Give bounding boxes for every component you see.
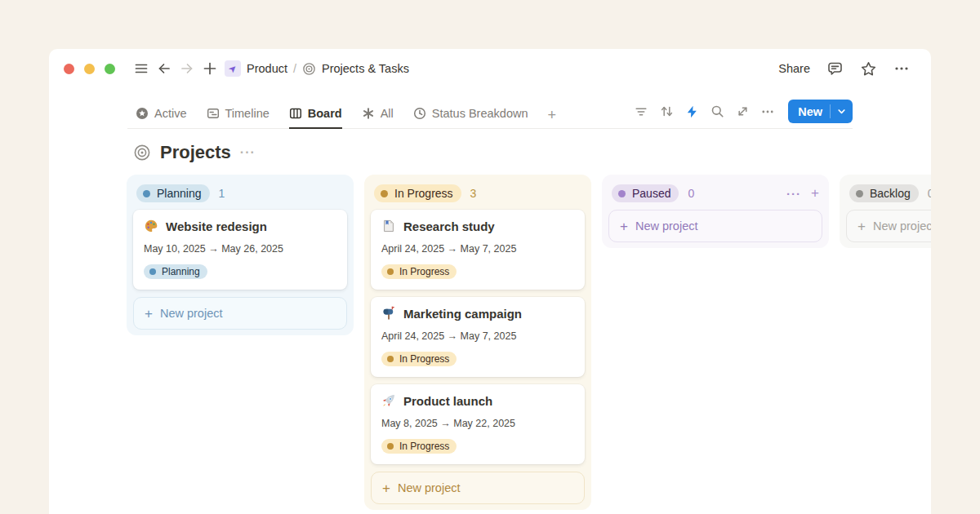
favorite-star-icon[interactable] bbox=[860, 60, 877, 78]
chevron-down-icon[interactable] bbox=[831, 107, 853, 116]
filter-icon[interactable] bbox=[635, 105, 648, 118]
card-status-label: In Progress bbox=[399, 353, 449, 365]
status-badge[interactable]: Paused bbox=[612, 184, 679, 202]
more-options-icon[interactable] bbox=[893, 60, 910, 77]
plus-icon: + bbox=[858, 220, 866, 233]
sidebar-menu-icon[interactable] bbox=[130, 57, 153, 80]
status-dot bbox=[143, 190, 150, 197]
new-project-label: New project bbox=[635, 219, 698, 233]
card-status-badge: In Progress bbox=[381, 439, 457, 454]
status-badge[interactable]: Planning bbox=[136, 184, 210, 202]
column-header: Backlog 0 bbox=[845, 180, 931, 210]
share-button[interactable]: Share bbox=[778, 62, 810, 75]
card-date-range: April 24, 2025 → May 7, 2025 bbox=[381, 330, 574, 342]
column-header: Paused 0 ··· + bbox=[608, 180, 823, 210]
new-page-plus-icon[interactable] bbox=[198, 57, 221, 80]
card-date-range: May 8, 2025 → May 22, 2025 bbox=[381, 418, 574, 429]
status-badge[interactable]: In Progress bbox=[374, 184, 461, 202]
breadcrumb: ➤ Product / Projects & Tasks bbox=[225, 60, 409, 77]
card-status-badge: In Progress bbox=[381, 352, 457, 366]
palette-emoji bbox=[144, 219, 158, 233]
column-planning: Planning 1 Website redesign May 10, 2025… bbox=[127, 175, 354, 335]
card-status-badge: Planning bbox=[144, 264, 207, 279]
tab-label: Active bbox=[154, 107, 187, 120]
column-name: Backlog bbox=[870, 187, 911, 200]
tab-label: All bbox=[381, 107, 394, 120]
teamspace-arrow-icon[interactable]: ➤ bbox=[225, 60, 241, 77]
automations-bolt-icon[interactable] bbox=[686, 105, 698, 118]
tab-label: Timeline bbox=[225, 107, 270, 120]
column-add-card-icon[interactable]: + bbox=[811, 185, 819, 202]
kanban-board: Planning 1 Website redesign May 10, 2025… bbox=[127, 175, 931, 510]
new-project-button[interactable]: + New project bbox=[133, 297, 347, 330]
back-arrow-icon[interactable] bbox=[153, 57, 176, 80]
title-more-options-icon[interactable]: ··· bbox=[240, 145, 256, 160]
column-header: Planning 1 bbox=[132, 180, 348, 210]
comments-icon[interactable] bbox=[826, 60, 844, 78]
window-topbar: ➤ Product / Projects & Tasks Share bbox=[49, 49, 931, 86]
breadcrumb-team[interactable]: Product bbox=[247, 62, 287, 75]
card-status-label: In Progress bbox=[399, 266, 449, 277]
new-button[interactable]: New bbox=[788, 100, 853, 123]
plus-icon: + bbox=[145, 308, 153, 320]
new-project-label: New project bbox=[873, 219, 931, 233]
mailbox-emoji bbox=[381, 306, 396, 321]
card-date-range: May 10, 2025 → May 26, 2025 bbox=[144, 243, 336, 255]
zoom-window-button[interactable] bbox=[105, 64, 115, 74]
page-title-row: Projects ··· bbox=[133, 142, 853, 163]
status-dot bbox=[381, 190, 388, 197]
star-circle-icon bbox=[136, 107, 149, 120]
status-dot bbox=[149, 268, 156, 275]
tab-active[interactable]: Active bbox=[136, 107, 187, 129]
window-controls bbox=[64, 64, 115, 74]
target-icon bbox=[302, 62, 316, 76]
close-window-button[interactable] bbox=[64, 64, 74, 74]
project-card[interactable]: Website redesign May 10, 2025 → May 26, … bbox=[133, 210, 347, 290]
view-tabs: Active Timeline Board All Status Breakdo… bbox=[127, 107, 556, 128]
view-more-options-icon[interactable] bbox=[761, 105, 774, 118]
card-title: Product launch bbox=[403, 394, 492, 408]
rocket-emoji bbox=[381, 393, 396, 408]
card-status-label: In Progress bbox=[399, 441, 449, 452]
column-header: In Progress 3 bbox=[370, 180, 586, 210]
column-count: 0 bbox=[928, 187, 931, 200]
tab-status-breakdown[interactable]: Status Breakdown bbox=[413, 107, 528, 129]
expand-icon[interactable] bbox=[737, 105, 749, 117]
column-paused: Paused 0 ··· + + New project bbox=[602, 175, 829, 248]
tab-label: Status Breakdown bbox=[432, 107, 528, 120]
tab-all[interactable]: All bbox=[362, 107, 394, 129]
bookmark-tabs-emoji bbox=[381, 219, 396, 233]
breadcrumb-page[interactable]: Projects & Tasks bbox=[322, 62, 409, 75]
status-dot bbox=[387, 443, 394, 450]
search-icon[interactable] bbox=[710, 104, 724, 118]
column-more-options-icon[interactable]: ··· bbox=[786, 187, 801, 201]
status-badge[interactable]: Backlog bbox=[849, 184, 919, 202]
view-tab-bar: Active Timeline Board All Status Breakdo… bbox=[127, 100, 853, 129]
new-project-button[interactable]: + New project bbox=[371, 472, 585, 504]
project-card[interactable]: Product launch May 8, 2025 → May 22, 202… bbox=[371, 384, 585, 464]
sort-icon[interactable] bbox=[660, 104, 674, 118]
forward-arrow-icon[interactable] bbox=[176, 57, 198, 80]
project-card[interactable]: Marketing campaign April 24, 2025 → May … bbox=[371, 297, 585, 377]
column-count: 3 bbox=[470, 187, 477, 200]
new-button-label: New bbox=[788, 105, 830, 118]
tab-timeline[interactable]: Timeline bbox=[207, 107, 270, 129]
tab-board[interactable]: Board bbox=[289, 107, 342, 129]
status-dot bbox=[387, 268, 394, 275]
view-toolbar: New bbox=[635, 100, 853, 128]
new-project-button[interactable]: + New project bbox=[846, 210, 931, 242]
new-project-button[interactable]: + New project bbox=[608, 210, 822, 242]
column-backlog: Backlog 0 + New project bbox=[840, 175, 931, 248]
card-title: Research study bbox=[403, 219, 495, 233]
breadcrumb-separator: / bbox=[293, 62, 296, 75]
project-card[interactable]: Research study April 24, 2025 → May 7, 2… bbox=[371, 210, 585, 290]
minimize-window-button[interactable] bbox=[84, 64, 95, 74]
column-name: In Progress bbox=[394, 187, 453, 200]
status-dot bbox=[387, 356, 394, 362]
target-icon bbox=[133, 144, 151, 162]
status-dot bbox=[856, 190, 863, 197]
add-view-plus-icon[interactable]: + bbox=[547, 109, 556, 128]
timeline-icon bbox=[207, 107, 220, 120]
tab-label: Board bbox=[308, 107, 342, 120]
card-status-label: Planning bbox=[162, 266, 200, 277]
